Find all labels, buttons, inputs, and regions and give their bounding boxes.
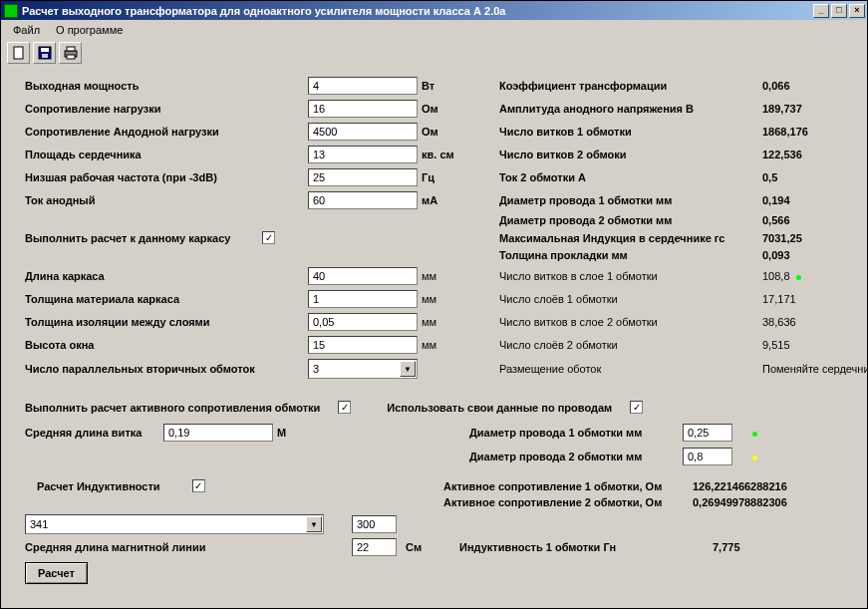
select-core-type[interactable]: 341 ▼ [25,514,324,534]
input-frame-length[interactable] [308,267,418,285]
label-avg-mag-line: Средняя длина магнитной линии [25,541,324,553]
label-parallel-sec: Число параллельных вторичных обмоток [25,363,304,375]
label-anode-load: Сопротивление Андодной нагрузки [25,126,304,138]
chevron-down-icon: ▼ [400,361,416,377]
input-ind-val2[interactable] [352,538,397,556]
input-low-freq[interactable] [308,168,418,186]
unit-low-freq: Гц [422,171,451,183]
value-activeR2: 0,26949978882306 [693,496,852,508]
value-turns2: 122,536 [762,149,852,160]
label-low-freq: Низшая рабочая частота (при -3dB) [25,171,304,183]
label-activeR1: Активное сопротивление 1 обмотки, Ом [443,480,693,492]
new-file-icon[interactable] [7,42,30,64]
menu-about[interactable]: О программе [48,22,131,38]
calculate-button[interactable]: Расчет [25,562,88,584]
label-placement: Размещение оботок [499,363,758,375]
input-layer-ins[interactable] [308,313,418,331]
unit-output-power: Вт [422,80,451,92]
label-turns2: Число витков 2 обмоки [499,149,758,160]
page-icon [12,46,26,60]
value-wire-dia1: 0,194 [762,194,852,206]
input-anode-load[interactable] [308,123,418,141]
input-avg-turn[interactable] [163,424,273,442]
label-current2: Ток 2 обмотки А [499,171,758,183]
label-anode-volt: Амплитуда анодного напряжения В [499,103,758,115]
app-window: Расчет выходного трансформатора для одно… [0,0,868,609]
svg-rect-5 [67,47,75,51]
input-ind-val1[interactable] [352,515,397,533]
minimize-button[interactable]: _ [813,4,829,18]
status-dot-green2-icon [752,432,757,437]
unit-core-area: кв. см [422,149,451,160]
status-dot-green-icon [796,275,801,280]
print-icon[interactable] [59,42,82,64]
label-activeR2: Активное сопротивление 2 обмотки, Ом [443,496,693,508]
label-turns1: Число витков 1 обмотки [499,126,758,138]
unit-load-res: Ом [422,103,451,115]
checkbox-own-wire[interactable]: ✓ [630,401,643,414]
label-frame-length: Длина каркаса [25,270,304,282]
value-trans-ratio: 0,066 [762,80,852,92]
input-anode-current[interactable] [308,191,418,209]
input-output-power[interactable] [308,77,418,95]
label-tpl2: Число витков в слое 2 обмотки [499,316,758,328]
unit-anode-load: Ом [422,126,451,138]
label-window-height: Высота окна [25,339,304,351]
label-frame-mat: Толщина материала каркаса [25,293,304,305]
label-max-induction: Максимальная Индукция в сердечнике гс [499,232,758,244]
svg-rect-6 [67,55,75,59]
label-layer-ins: Толщина изоляции между слоями [25,316,304,328]
svg-rect-3 [42,54,48,58]
label-output-power: Выходная мощность [25,80,304,92]
label-trans-ratio: Коэффициент трансформации [499,80,758,92]
value-max-induction: 7031,25 [762,232,852,244]
input-frame-mat[interactable] [308,290,418,308]
menubar: Файл О программе [1,20,867,39]
checkbox-inductance[interactable]: ✓ [192,479,205,492]
label-wire1-in: Диаметр провода 1 обмотки мм [469,427,679,439]
svg-rect-0 [14,47,23,59]
label-wire-dia1: Диаметр провода 1 обмотки мм [499,194,758,206]
checkbox-frame-calc[interactable]: ✓ [262,231,275,244]
label-layers1: Число слоёв 1 обмотки [499,293,758,305]
value-tpl1: 108,8 [762,270,868,282]
status-dot-yellow-icon [752,456,757,460]
input-window-height[interactable] [308,336,418,354]
label-wire-dia2: Диаметр провода 2 обмотки мм [499,214,758,226]
label-layers2: Число слоёв 2 обмотки [499,339,758,351]
input-load-res[interactable] [308,100,418,118]
label-calc-resistance: Выполнить расчет активного сопротивления… [25,402,320,414]
toolbar [1,39,867,67]
value-anode-volt: 189,737 [762,103,852,115]
select-core-type-value: 341 [30,518,48,530]
input-wire1-in[interactable] [683,424,732,442]
checkbox-calc-resistance[interactable]: ✓ [338,401,351,414]
input-core-area[interactable] [308,146,418,163]
unit-frame-length: мм [422,270,451,282]
value-tpl2: 38,636 [762,316,868,328]
maximize-button[interactable]: □ [831,4,847,18]
label-own-wire: Использовать свои данные по проводам [387,402,612,414]
value-activeR1: 126,221466288216 [693,480,852,492]
label-tpl1: Число витков в слое 1 обмотки [499,270,758,282]
chevron-down-icon-2: ▼ [306,516,322,532]
save-icon[interactable] [33,42,56,64]
app-icon [4,4,18,18]
value-gasket: 0,093 [762,249,852,261]
titlebar: Расчет выходного трансформатора для одно… [1,1,867,20]
value-placement: Поменяйте сердечник [762,363,868,375]
value-wire-dia2: 0,566 [762,214,852,226]
content-area: Выходная мощность Вт Коэффициент трансфо… [1,67,867,608]
input-wire2-in[interactable] [683,448,732,465]
window-title: Расчет выходного трансформатора для одно… [22,5,811,17]
select-parallel-sec[interactable]: 3 ▼ [308,359,418,379]
unit-window-height: мм [422,339,451,351]
unit-ind-val2: См [406,541,455,553]
menu-file[interactable]: Файл [5,22,48,38]
close-button[interactable]: × [849,4,865,18]
value-turns1: 1868,176 [762,126,852,138]
label-inductance-result: Индуктивность 1 обмотки Гн [459,541,709,553]
printer-icon [64,46,78,60]
label-gasket: Толщина прокладки мм [499,249,758,261]
unit-anode-current: мА [422,194,451,206]
